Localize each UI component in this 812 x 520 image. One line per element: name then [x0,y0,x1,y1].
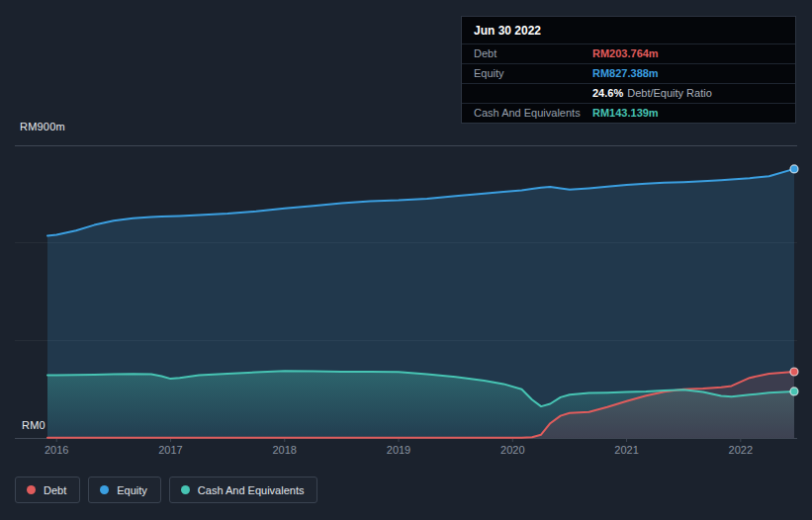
tooltip-value-cash: RM143.139m [592,106,659,121]
tooltip-value-debt: RM203.764m [592,46,659,61]
x-tick-label: 2022 [719,444,763,456]
tooltip-row-cash: Cash And Equivalents RM143.139m [462,104,795,123]
x-axis: 2016201720182019202020212022 [0,444,812,458]
equity-color-dot-icon [100,485,109,494]
tooltip-row-ratio: 24.6%Debt/Equity Ratio [462,84,795,104]
tooltip-label-equity: Equity [474,66,592,81]
tooltip-label-cash: Cash And Equivalents [474,106,592,121]
legend-label-debt: Debt [44,484,66,496]
tooltip-ratio-value: 24.6% [592,87,623,99]
tooltip-ratio-label: Debt/Equity Ratio [627,87,712,99]
equity-end-marker [790,165,798,173]
y-axis-label-max: RM900m [20,121,65,132]
x-tick-label: 2016 [35,444,78,456]
tooltip-label-debt: Debt [474,46,592,61]
chart-legend: Debt Equity Cash And Equivalents [15,477,317,503]
chart-panel: RM900m RM0 2016201720182019202020212022 … [0,0,812,520]
x-tick-label: 2018 [263,444,307,456]
y-axis-label-min: RM0 [22,419,45,431]
cash-color-dot-icon [181,485,190,494]
tooltip-row-equity: Equity RM827.388m [462,64,795,84]
x-tick-label: 2019 [377,444,420,456]
debt-color-dot-icon [27,485,36,494]
legend-item-cash[interactable]: Cash And Equivalents [169,477,318,503]
legend-label-equity: Equity [117,484,147,496]
tooltip-date: Jun 30 2022 [462,17,795,44]
chart-tooltip: Jun 30 2022 Debt RM203.764m Equity RM827… [461,16,796,124]
x-tick-label: 2021 [605,444,649,456]
x-tick-label: 2017 [148,444,192,456]
tooltip-row-debt: Debt RM203.764m [462,44,795,64]
cash-end-marker [790,388,798,395]
debt-end-marker [790,368,798,376]
tooltip-value-equity: RM827.388m [592,66,659,81]
legend-item-equity[interactable]: Equity [88,477,161,503]
x-tick-label: 2020 [491,444,534,456]
legend-item-debt[interactable]: Debt [15,477,80,503]
legend-label-cash: Cash And Equivalents [198,484,305,496]
